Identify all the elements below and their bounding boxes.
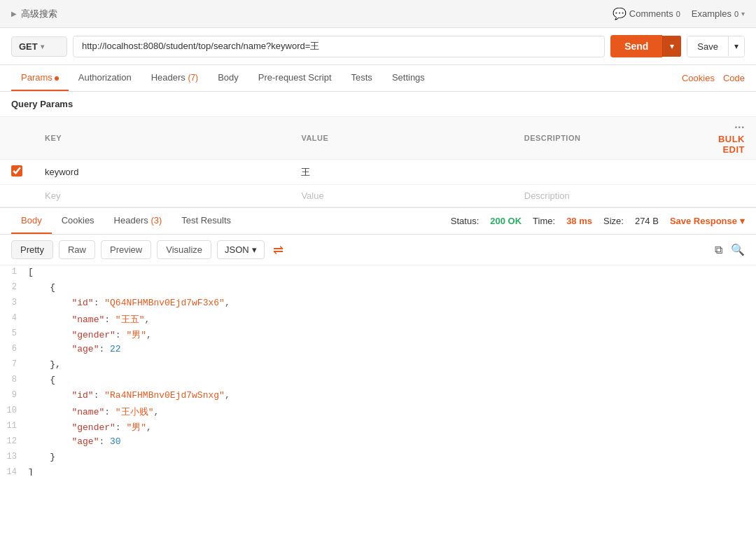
line-number: 6 bbox=[0, 342, 28, 354]
line-number: 10 bbox=[0, 404, 28, 415]
param-value: 王 bbox=[301, 167, 310, 177]
send-dropdown-button[interactable]: ▾ bbox=[662, 36, 681, 57]
raw-button[interactable]: Raw bbox=[59, 240, 95, 259]
examples-count: 0 bbox=[734, 10, 738, 18]
pretty-button[interactable]: Pretty bbox=[11, 240, 53, 259]
line-number: 9 bbox=[0, 389, 28, 400]
time-label: Time: bbox=[533, 216, 555, 226]
save-response-button[interactable]: Save Response ▾ bbox=[670, 216, 745, 226]
save-dropdown-button[interactable]: ▾ bbox=[728, 36, 744, 56]
visualize-button[interactable]: Visualize bbox=[157, 240, 211, 259]
param-key-cell: keyword bbox=[34, 160, 290, 185]
tab-tests[interactable]: Tests bbox=[342, 65, 382, 91]
key-placeholder: Key bbox=[45, 191, 60, 201]
tab-body[interactable]: Body bbox=[208, 65, 248, 91]
json-line: 8 { bbox=[0, 373, 756, 389]
json-line: 10 "name": "王小贱", bbox=[0, 404, 756, 420]
empty-desc-cell[interactable]: Description bbox=[513, 185, 707, 207]
send-button[interactable]: Send bbox=[610, 35, 662, 57]
time-value: 38 ms bbox=[566, 216, 592, 226]
copy-icon[interactable]: ⧉ bbox=[715, 244, 722, 256]
top-bar: ▶ 高级搜索 💬 Comments 0 Examples 0 ▾ bbox=[0, 0, 756, 28]
line-number: 14 bbox=[0, 466, 28, 476]
cookies-link[interactable]: Cookies bbox=[682, 73, 715, 83]
format-dropdown[interactable]: JSON ▾ bbox=[217, 240, 265, 259]
value-placeholder: Value bbox=[301, 191, 323, 201]
expand-arrow-icon[interactable]: ▶ bbox=[11, 10, 17, 18]
col-action-header: ··· Bulk Edit bbox=[707, 117, 756, 160]
resp-tab-test-results[interactable]: Test Results bbox=[172, 208, 241, 234]
resp-tab-body[interactable]: Body bbox=[11, 208, 52, 234]
line-number: 12 bbox=[0, 435, 28, 446]
params-dot bbox=[55, 76, 59, 81]
examples-section[interactable]: Examples 0 ▾ bbox=[692, 8, 745, 19]
size-value: 274 B bbox=[635, 216, 659, 226]
resp-tab-headers[interactable]: Headers (3) bbox=[104, 208, 172, 234]
code-link[interactable]: Code bbox=[723, 73, 745, 83]
json-line: 3 "id": "Q64NFHMBnv0Ejd7wF3x6", bbox=[0, 296, 756, 312]
empty-checkbox-cell bbox=[0, 185, 34, 207]
line-number: 7 bbox=[0, 358, 28, 369]
line-content: }, bbox=[28, 358, 756, 371]
json-line: 13 } bbox=[0, 450, 756, 466]
tab-settings[interactable]: Settings bbox=[382, 65, 435, 91]
size-label: Size: bbox=[603, 216, 624, 226]
url-input[interactable] bbox=[73, 36, 605, 57]
comments-count: 0 bbox=[676, 10, 680, 18]
method-label: GET bbox=[19, 41, 38, 52]
bulk-edit-button[interactable]: Bulk Edit bbox=[718, 134, 745, 155]
line-number: 5 bbox=[0, 327, 28, 338]
json-line: 1[ bbox=[0, 265, 756, 281]
format-chevron-icon: ▾ bbox=[252, 244, 257, 255]
examples-chevron-icon[interactable]: ▾ bbox=[741, 10, 745, 18]
status-value: 200 OK bbox=[490, 216, 522, 226]
save-button[interactable]: Save bbox=[687, 36, 728, 57]
preview-button[interactable]: Preview bbox=[101, 240, 151, 259]
resp-tab-cookies[interactable]: Cookies bbox=[52, 208, 104, 234]
line-number: 4 bbox=[0, 312, 28, 323]
line-content: { bbox=[28, 281, 756, 294]
json-line: 6 "age": 22 bbox=[0, 342, 756, 358]
line-content: "gender": "男", bbox=[28, 327, 756, 342]
request-tabs-bar: Params Authorization Headers (7) Body Pr… bbox=[0, 65, 756, 92]
json-line: 4 "name": "王五", bbox=[0, 312, 756, 327]
json-line: 11 "gender": "男", bbox=[0, 420, 756, 435]
search-icon[interactable]: 🔍 bbox=[731, 243, 745, 256]
response-tabs-bar: Body Cookies Headers (3) Test Results St… bbox=[0, 208, 756, 235]
line-content: "name": "王五", bbox=[28, 312, 756, 327]
empty-value-cell[interactable]: Value bbox=[290, 185, 512, 207]
col-checkbox bbox=[0, 117, 34, 160]
collection-title: 高级搜索 bbox=[21, 8, 57, 20]
body-toolbar: Pretty Raw Preview Visualize JSON ▾ ⇌ ⧉ … bbox=[0, 235, 756, 265]
sort-icon[interactable]: ⇌ bbox=[273, 242, 284, 258]
json-viewer: 1[2 {3 "id": "Q64NFHMBnv0Ejd7wF3x6",4 "n… bbox=[0, 265, 756, 476]
more-icon[interactable]: ··· bbox=[734, 121, 745, 133]
json-line: 14] bbox=[0, 466, 756, 476]
table-row-empty: Key Value Description bbox=[0, 185, 756, 207]
line-content: "gender": "男", bbox=[28, 420, 756, 435]
col-desc-header: DESCRIPTION bbox=[513, 117, 707, 160]
line-number: 8 bbox=[0, 373, 28, 385]
empty-key-cell[interactable]: Key bbox=[34, 185, 290, 207]
save-response-chevron-icon: ▾ bbox=[740, 216, 745, 226]
tab-prerequest[interactable]: Pre-request Script bbox=[248, 65, 342, 91]
empty-action-cell bbox=[707, 185, 756, 207]
url-bar: GET ▾ Send ▾ Save ▾ bbox=[0, 28, 756, 65]
param-value-cell: 王 bbox=[290, 160, 512, 185]
json-line: 2 { bbox=[0, 281, 756, 296]
table-row: keyword 王 bbox=[0, 160, 756, 185]
save-button-group: Save ▾ bbox=[687, 36, 745, 57]
method-dropdown[interactable]: GET ▾ bbox=[11, 36, 67, 57]
line-content: } bbox=[28, 450, 756, 464]
tab-params[interactable]: Params bbox=[11, 65, 69, 91]
line-content: "name": "王小贱", bbox=[28, 404, 756, 420]
comments-icon: 💬 bbox=[612, 7, 626, 20]
param-checkbox[interactable] bbox=[11, 165, 22, 176]
tab-headers[interactable]: Headers (7) bbox=[141, 65, 208, 91]
tab-authorization[interactable]: Authorization bbox=[69, 65, 141, 91]
params-table: KEY VALUE DESCRIPTION ··· Bulk Edit keyw… bbox=[0, 116, 756, 207]
status-label: Status: bbox=[451, 216, 479, 226]
line-number: 3 bbox=[0, 296, 28, 307]
top-bar-right: 💬 Comments 0 Examples 0 ▾ bbox=[612, 7, 745, 20]
line-content: "age": 30 bbox=[28, 435, 756, 448]
